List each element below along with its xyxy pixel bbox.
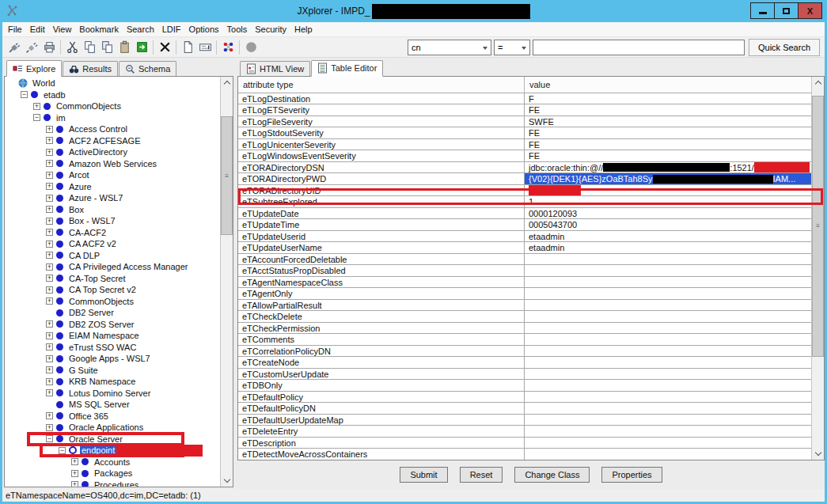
print-icon[interactable] <box>40 40 58 55</box>
tree-item[interactable]: +Azure <box>5 181 220 193</box>
expand-icon[interactable]: + <box>46 366 53 373</box>
tree-item[interactable]: −endpoint <box>5 445 220 457</box>
menu-bookmark[interactable]: Bookmark <box>75 24 123 35</box>
table-row[interactable]: eTUpdateTime0005043700 <box>238 219 811 231</box>
tree-item[interactable]: +Procedures <box>5 479 220 487</box>
attribute-type-cell[interactable]: eTLogUnicenterSeverity <box>238 139 525 150</box>
expand-icon[interactable]: + <box>46 241 53 248</box>
table-row[interactable]: eTORADirectoryDSNjdbc:oracle:thin:@//:15… <box>238 162 811 174</box>
value-cell[interactable]: FE <box>525 150 811 161</box>
attribute-type-cell[interactable]: eTUpdateUserid <box>238 231 525 242</box>
new-entry-icon[interactable] <box>179 40 196 55</box>
table-row[interactable]: eTLogStdoutSeverityFE <box>238 127 811 139</box>
tree-item[interactable]: +Oracle Applications <box>5 422 220 434</box>
attribute-type-cell[interactable]: eTCreateNode <box>238 357 525 368</box>
expand-icon[interactable]: + <box>46 412 53 419</box>
value-cell[interactable] <box>525 392 811 403</box>
table-row[interactable]: eTDetectMoveAcrossContainers <box>238 449 811 460</box>
table-row[interactable]: eTUpdateDate0000120093 <box>238 208 811 220</box>
tree-item[interactable]: +ACF2 ACFESAGE <box>5 135 220 147</box>
table-row[interactable]: eTSubtreeExplored1 <box>238 196 811 208</box>
collapse-icon[interactable]: − <box>59 447 66 454</box>
table-scrollbar[interactable]: ≡ <box>811 77 824 460</box>
tree-item[interactable]: +Google Apps - WSL7 <box>5 353 220 365</box>
copy-icon[interactable] <box>81 40 98 55</box>
expand-icon[interactable]: + <box>46 389 53 396</box>
delete-icon[interactable] <box>156 40 173 55</box>
tree-item[interactable]: World <box>5 78 220 89</box>
table-row[interactable]: eTORADirectoryPWD{V02}{DEK1}{AES}zOaBTah… <box>238 173 811 185</box>
value-cell[interactable] <box>525 334 811 345</box>
expand-icon[interactable]: + <box>46 252 53 259</box>
attribute-type-cell[interactable]: eTLogETSeverity <box>238 104 525 116</box>
value-cell[interactable] <box>525 357 811 368</box>
value-cell[interactable]: F <box>525 93 811 104</box>
tree-item[interactable]: DB2 Server <box>5 307 220 319</box>
tree-item[interactable]: MS SQL Server <box>5 399 220 411</box>
attribute-type-cell[interactable]: eTDescription <box>238 438 525 449</box>
value-cell[interactable] <box>525 346 811 357</box>
expand-icon[interactable]: + <box>46 332 53 339</box>
value-cell[interactable] <box>525 300 811 311</box>
value-cell[interactable]: FE <box>525 139 811 150</box>
value-cell[interactable]: 0000120093 <box>525 208 811 219</box>
tree-item[interactable]: +DB2 ZOS Server <box>5 319 220 331</box>
attribute-type-cell[interactable]: eTCustomUserUpdate <box>238 369 525 380</box>
attribute-type-cell[interactable]: eTLogDestination <box>238 93 525 104</box>
collapse-icon[interactable]: − <box>33 114 40 121</box>
tree-item[interactable]: +Accounts <box>5 457 220 468</box>
attribute-type-cell[interactable]: eTCorrelationPolicyDN <box>238 346 525 357</box>
tree-item[interactable]: +CA-ACF2 <box>5 227 220 239</box>
jxplorer-logo-icon[interactable] <box>219 40 237 55</box>
tree-item[interactable]: +Box - WSL7 <box>5 215 220 227</box>
tab-table-editor[interactable]: Table Editor <box>311 60 383 77</box>
value-cell[interactable] <box>525 288 811 299</box>
scroll-up-icon[interactable] <box>812 77 824 89</box>
attribute-type-cell[interactable]: eTLogStdoutSeverity <box>238 127 525 138</box>
expand-icon[interactable]: + <box>46 286 53 294</box>
attribute-type-cell[interactable]: eTDefaultUserUpdateMap <box>238 415 525 426</box>
tree-item[interactable]: +CommonObjects <box>5 100 220 112</box>
attribute-type-cell[interactable]: eTORADirectoryPWD <box>238 173 525 184</box>
change-class-button[interactable]: Change Class <box>514 467 590 483</box>
value-cell[interactable] <box>525 254 811 265</box>
table-row[interactable]: eTDescription <box>238 438 811 449</box>
expand-icon[interactable]: + <box>46 297 53 305</box>
rename-icon[interactable] <box>196 40 214 55</box>
table-row[interactable]: eTAgentNamespaceClass <box>238 277 811 289</box>
value-cell[interactable] <box>525 403 811 414</box>
tree-item[interactable]: +Office 365 <box>5 411 220 423</box>
table-row[interactable]: eTLogUnicenterSeverityFE <box>238 139 811 151</box>
value-cell[interactable] <box>525 426 811 437</box>
menu-view[interactable]: View <box>49 24 76 35</box>
attribute-type-cell[interactable]: eTDefaultPolicy <box>238 392 525 403</box>
menu-ldif[interactable]: LDIF <box>158 24 185 35</box>
tree-item[interactable]: +ActiveDirectory <box>5 146 220 158</box>
tree-item[interactable]: +Amazon Web Services <box>5 158 220 170</box>
table-row[interactable]: eTLogETSeverityFE <box>238 104 811 116</box>
expand-icon[interactable]: + <box>46 378 53 385</box>
tab-schema[interactable]: Schema <box>119 61 176 76</box>
scroll-up-icon[interactable] <box>221 77 233 89</box>
tree-item[interactable]: +KRB Namespace <box>5 376 220 388</box>
attribute-type-cell[interactable]: eTDefaultPolicyDN <box>238 403 525 414</box>
attribute-type-cell[interactable]: eTAccountForcedDeletable <box>238 254 525 265</box>
table-row[interactable]: eTAcctStatusPropDisabled <box>238 265 811 277</box>
expand-icon[interactable]: + <box>46 355 53 362</box>
table-row[interactable]: eTORADirectoryUID <box>238 185 811 197</box>
value-cell[interactable]: etaadmin <box>525 231 811 242</box>
scroll-down-icon[interactable] <box>812 448 824 460</box>
expand-icon[interactable]: + <box>46 183 53 190</box>
table-row[interactable]: eTDefaultPolicy <box>238 392 811 404</box>
submit-button[interactable]: Submit <box>400 467 447 483</box>
quick-search-button[interactable]: Quick Search <box>749 39 820 56</box>
expand-icon[interactable]: + <box>46 229 53 236</box>
expand-icon[interactable]: + <box>46 218 53 225</box>
expand-icon[interactable]: + <box>46 137 53 144</box>
value-cell[interactable]: FE <box>525 127 811 138</box>
expand-icon[interactable]: + <box>33 103 40 110</box>
properties-button[interactable]: Properties <box>601 467 662 483</box>
bookmark-icon[interactable] <box>133 40 150 55</box>
table-row[interactable]: eTCorrelationPolicyDN <box>238 346 811 358</box>
attribute-type-cell[interactable]: eTDetectMoveAcrossContainers <box>238 449 525 460</box>
